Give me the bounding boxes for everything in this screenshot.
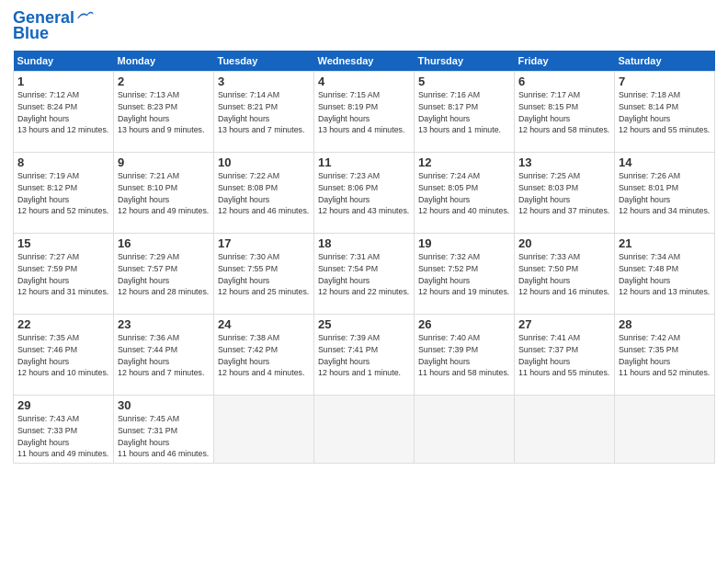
day-number: 3 — [218, 75, 310, 88]
calendar-cell: 24 Sunrise: 7:38 AMSunset: 7:42 PMDaylig… — [214, 314, 314, 395]
day-number: 5 — [418, 75, 510, 88]
day-info: Sunrise: 7:38 AMSunset: 7:42 PMDaylight … — [218, 333, 304, 378]
day-info: Sunrise: 7:32 AMSunset: 7:52 PMDaylight … — [418, 252, 509, 297]
day-number: 19 — [418, 236, 510, 250]
calendar-cell — [515, 395, 615, 464]
day-number: 4 — [318, 75, 410, 88]
calendar-cell: 1 Sunrise: 7:12 AMSunset: 8:24 PMDayligh… — [14, 71, 114, 152]
weekday-header: Saturday — [615, 51, 715, 72]
day-number: 24 — [218, 317, 310, 331]
calendar-cell: 7 Sunrise: 7:18 AMSunset: 8:14 PMDayligh… — [615, 71, 715, 152]
calendar-cell: 26 Sunrise: 7:40 AMSunset: 7:39 PMDaylig… — [415, 314, 515, 395]
calendar-cell: 25 Sunrise: 7:39 AMSunset: 7:41 PMDaylig… — [314, 314, 415, 395]
logo-icon — [76, 8, 95, 27]
calendar-cell: 18 Sunrise: 7:31 AMSunset: 7:54 PMDaylig… — [314, 233, 415, 314]
calendar-cell: 30 Sunrise: 7:45 AMSunset: 7:31 PMDaylig… — [114, 395, 214, 464]
day-number: 7 — [619, 75, 711, 88]
day-number: 11 — [318, 155, 410, 169]
day-info: Sunrise: 7:12 AMSunset: 8:24 PMDaylight … — [17, 90, 108, 135]
day-info: Sunrise: 7:23 AMSunset: 8:06 PMDaylight … — [318, 171, 409, 216]
day-number: 12 — [418, 155, 510, 169]
day-number: 17 — [218, 236, 310, 250]
day-info: Sunrise: 7:40 AMSunset: 7:39 PMDaylight … — [418, 333, 509, 378]
day-number: 25 — [318, 317, 410, 331]
calendar-cell: 10 Sunrise: 7:22 AMSunset: 8:08 PMDaylig… — [214, 152, 314, 233]
day-info: Sunrise: 7:25 AMSunset: 8:03 PMDaylight … — [518, 171, 609, 216]
day-number: 1 — [17, 75, 109, 88]
calendar-header-row: SundayMondayTuesdayWednesdayThursdayFrid… — [14, 51, 715, 72]
day-number: 23 — [118, 317, 210, 331]
calendar-cell — [415, 395, 515, 464]
calendar-cell: 28 Sunrise: 7:42 AMSunset: 7:35 PMDaylig… — [615, 314, 715, 395]
day-info: Sunrise: 7:18 AMSunset: 8:14 PMDaylight … — [619, 90, 710, 135]
calendar-cell: 27 Sunrise: 7:41 AMSunset: 7:37 PMDaylig… — [515, 314, 615, 395]
logo: General Blue — [13, 9, 95, 43]
calendar-cell: 21 Sunrise: 7:34 AMSunset: 7:48 PMDaylig… — [615, 233, 715, 314]
calendar-cell: 2 Sunrise: 7:13 AMSunset: 8:23 PMDayligh… — [114, 71, 214, 152]
day-info: Sunrise: 7:13 AMSunset: 8:23 PMDaylight … — [118, 90, 204, 135]
calendar-cell: 22 Sunrise: 7:35 AMSunset: 7:46 PMDaylig… — [14, 314, 114, 395]
calendar-cell: 12 Sunrise: 7:24 AMSunset: 8:05 PMDaylig… — [415, 152, 515, 233]
calendar-cell: 13 Sunrise: 7:25 AMSunset: 8:03 PMDaylig… — [515, 152, 615, 233]
day-info: Sunrise: 7:30 AMSunset: 7:55 PMDaylight … — [218, 252, 309, 297]
page: General Blue SundayMondayTuesdayWednesda… — [0, 0, 728, 563]
day-number: 29 — [17, 398, 109, 412]
calendar-body: 1 Sunrise: 7:12 AMSunset: 8:24 PMDayligh… — [14, 71, 715, 464]
day-info: Sunrise: 7:14 AMSunset: 8:21 PMDaylight … — [218, 90, 304, 135]
calendar-cell — [214, 395, 314, 464]
calendar-cell: 20 Sunrise: 7:33 AMSunset: 7:50 PMDaylig… — [515, 233, 615, 314]
calendar-week-row: 1 Sunrise: 7:12 AMSunset: 8:24 PMDayligh… — [14, 71, 715, 152]
day-info: Sunrise: 7:36 AMSunset: 7:44 PMDaylight … — [118, 333, 204, 378]
calendar-cell: 8 Sunrise: 7:19 AMSunset: 8:12 PMDayligh… — [14, 152, 114, 233]
calendar-cell: 23 Sunrise: 7:36 AMSunset: 7:44 PMDaylig… — [114, 314, 214, 395]
day-number: 10 — [218, 155, 310, 169]
day-number: 18 — [318, 236, 410, 250]
calendar-week-row: 15 Sunrise: 7:27 AMSunset: 7:59 PMDaylig… — [14, 233, 715, 314]
day-info: Sunrise: 7:15 AMSunset: 8:19 PMDaylight … — [318, 90, 404, 135]
day-info: Sunrise: 7:31 AMSunset: 7:54 PMDaylight … — [318, 252, 409, 297]
day-info: Sunrise: 7:43 AMSunset: 7:33 PMDaylight … — [17, 414, 108, 459]
day-info: Sunrise: 7:24 AMSunset: 8:05 PMDaylight … — [418, 171, 509, 216]
calendar-cell: 4 Sunrise: 7:15 AMSunset: 8:19 PMDayligh… — [314, 71, 415, 152]
calendar-cell — [615, 395, 715, 464]
day-info: Sunrise: 7:19 AMSunset: 8:12 PMDaylight … — [17, 171, 108, 216]
day-number: 21 — [619, 236, 711, 250]
day-number: 6 — [518, 75, 610, 88]
day-number: 13 — [518, 155, 610, 169]
weekday-header: Wednesday — [314, 51, 415, 72]
day-info: Sunrise: 7:33 AMSunset: 7:50 PMDaylight … — [518, 252, 609, 297]
calendar-cell: 16 Sunrise: 7:29 AMSunset: 7:57 PMDaylig… — [114, 233, 214, 314]
day-info: Sunrise: 7:27 AMSunset: 7:59 PMDaylight … — [17, 252, 108, 297]
day-info: Sunrise: 7:39 AMSunset: 7:41 PMDaylight … — [318, 333, 401, 378]
calendar-cell: 17 Sunrise: 7:30 AMSunset: 7:55 PMDaylig… — [214, 233, 314, 314]
weekday-header: Sunday — [14, 51, 114, 72]
day-number: 16 — [118, 236, 210, 250]
weekday-header: Tuesday — [214, 51, 314, 72]
calendar-week-row: 8 Sunrise: 7:19 AMSunset: 8:12 PMDayligh… — [14, 152, 715, 233]
day-info: Sunrise: 7:16 AMSunset: 8:17 PMDaylight … — [418, 90, 501, 135]
day-number: 2 — [118, 75, 210, 88]
day-info: Sunrise: 7:17 AMSunset: 8:15 PMDaylight … — [518, 90, 609, 135]
day-number: 20 — [518, 236, 610, 250]
weekday-header: Monday — [114, 51, 214, 72]
header: General Blue — [13, 9, 715, 43]
day-number: 22 — [17, 317, 109, 331]
calendar-cell: 6 Sunrise: 7:17 AMSunset: 8:15 PMDayligh… — [515, 71, 615, 152]
calendar-cell: 14 Sunrise: 7:26 AMSunset: 8:01 PMDaylig… — [615, 152, 715, 233]
day-number: 30 — [118, 398, 210, 412]
calendar-week-row: 22 Sunrise: 7:35 AMSunset: 7:46 PMDaylig… — [14, 314, 715, 395]
day-number: 26 — [418, 317, 510, 331]
day-number: 14 — [619, 155, 711, 169]
calendar-cell: 19 Sunrise: 7:32 AMSunset: 7:52 PMDaylig… — [415, 233, 515, 314]
day-number: 9 — [118, 155, 210, 169]
calendar-week-row: 29 Sunrise: 7:43 AMSunset: 7:33 PMDaylig… — [14, 395, 715, 464]
day-number: 8 — [17, 155, 109, 169]
calendar-cell: 29 Sunrise: 7:43 AMSunset: 7:33 PMDaylig… — [14, 395, 114, 464]
day-info: Sunrise: 7:34 AMSunset: 7:48 PMDaylight … — [619, 252, 710, 297]
day-info: Sunrise: 7:45 AMSunset: 7:31 PMDaylight … — [118, 414, 209, 459]
calendar-cell: 9 Sunrise: 7:21 AMSunset: 8:10 PMDayligh… — [114, 152, 214, 233]
day-info: Sunrise: 7:42 AMSunset: 7:35 PMDaylight … — [619, 333, 710, 378]
calendar-cell: 5 Sunrise: 7:16 AMSunset: 8:17 PMDayligh… — [415, 71, 515, 152]
weekday-header: Thursday — [415, 51, 515, 72]
calendar-cell: 3 Sunrise: 7:14 AMSunset: 8:21 PMDayligh… — [214, 71, 314, 152]
